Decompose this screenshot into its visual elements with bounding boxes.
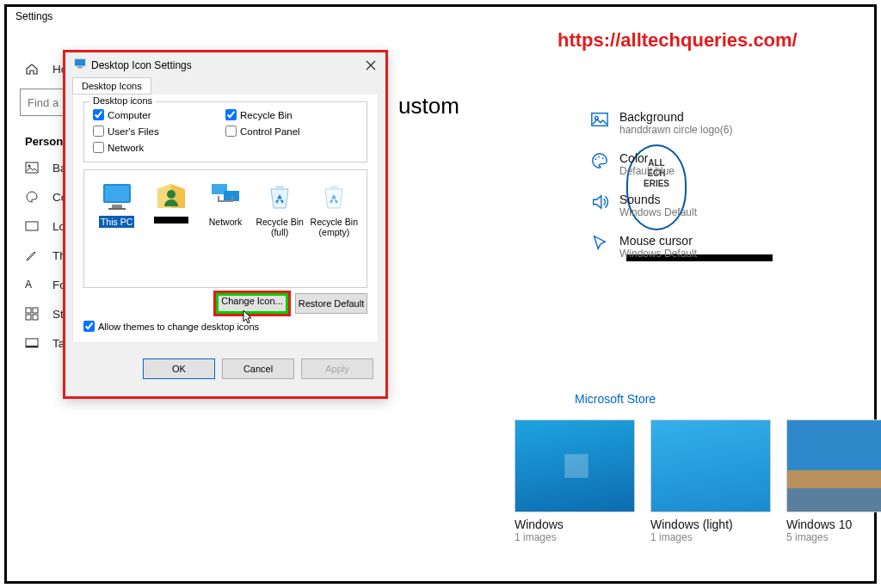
related-settings: Backgroundhanddrawn circle logo(6) Color… bbox=[590, 110, 848, 275]
icon-user[interactable] bbox=[145, 179, 198, 279]
theme-count: 5 images bbox=[786, 531, 881, 543]
palette-icon bbox=[590, 151, 609, 170]
watermark-url: https://alltechqueries.com/ bbox=[558, 29, 798, 52]
group-legend: Desktop icons bbox=[89, 95, 156, 106]
desktop-icon-settings-dialog: Desktop Icon Settings Desktop Icons Desk… bbox=[63, 50, 388, 399]
desktop-icons-group: Desktop icons Computer Recycle Bin User'… bbox=[83, 101, 367, 162]
icon-label: Recycle Bin (full) bbox=[256, 217, 303, 237]
font-icon: A bbox=[25, 278, 39, 291]
page-title-suffix: ustom bbox=[398, 93, 459, 119]
icon-network[interactable]: Network bbox=[199, 179, 252, 279]
rel-sub: Windows Default bbox=[619, 206, 697, 218]
speaker-icon bbox=[590, 193, 609, 211]
picture-icon bbox=[25, 161, 39, 175]
chk-control-panel[interactable]: Control Panel bbox=[225, 126, 358, 137]
close-button[interactable] bbox=[365, 59, 377, 71]
ok-button[interactable]: OK bbox=[143, 358, 215, 379]
svg-rect-4 bbox=[33, 308, 38, 313]
theme-name: Windows bbox=[514, 518, 635, 531]
lock-icon bbox=[25, 219, 39, 233]
svg-rect-20 bbox=[108, 208, 126, 210]
grid-icon bbox=[25, 307, 39, 321]
home-icon bbox=[25, 62, 39, 76]
chk-computer[interactable]: Computer bbox=[93, 109, 225, 120]
icon-label: This PC bbox=[99, 216, 134, 228]
picture-icon bbox=[590, 110, 609, 129]
cancel-button[interactable]: Cancel bbox=[222, 358, 294, 379]
icon-recycle-full[interactable]: Recycle Bin (full) bbox=[253, 179, 306, 279]
svg-rect-5 bbox=[26, 315, 31, 320]
icon-user-label bbox=[154, 217, 188, 224]
svg-point-12 bbox=[598, 156, 600, 158]
cursor-icon bbox=[243, 309, 255, 325]
svg-rect-8 bbox=[26, 346, 38, 347]
rel-sub: Windows Default bbox=[619, 248, 697, 260]
svg-rect-14 bbox=[564, 454, 588, 477]
rel-sounds[interactable]: SoundsWindows Default bbox=[590, 193, 848, 218]
rel-title: Sounds bbox=[619, 193, 697, 206]
taskbar-icon bbox=[25, 336, 39, 350]
cursor-icon bbox=[590, 234, 609, 253]
rel-title: Background bbox=[619, 110, 732, 124]
icon-label: Recycle Bin (empty) bbox=[311, 217, 358, 237]
svg-point-21 bbox=[167, 190, 176, 199]
apply-button[interactable]: Apply bbox=[301, 358, 373, 379]
chk-users-files[interactable]: User's Files bbox=[93, 126, 225, 137]
theme-count: 1 images bbox=[650, 531, 771, 543]
icon-this-pc[interactable]: This PC bbox=[90, 179, 144, 279]
chk-network[interactable]: Network bbox=[93, 142, 225, 153]
themes-grid: Windows 1 images Windows (light) 1 image… bbox=[514, 420, 881, 543]
theme-count: 1 images bbox=[514, 531, 635, 543]
svg-rect-19 bbox=[112, 205, 122, 208]
svg-rect-16 bbox=[77, 67, 82, 69]
monitor-icon bbox=[74, 58, 86, 72]
svg-rect-3 bbox=[26, 308, 31, 313]
icon-label: Network bbox=[209, 217, 243, 227]
tab-desktop-icons[interactable]: Desktop Icons bbox=[72, 77, 151, 95]
palette-icon bbox=[25, 190, 39, 204]
store-link[interactable]: Microsoft Store bbox=[575, 392, 656, 406]
rel-sub: handdrawn circle logo(6) bbox=[619, 124, 732, 136]
icon-recycle-empty[interactable]: Recycle Bin (empty) bbox=[307, 179, 360, 279]
svg-rect-0 bbox=[26, 162, 38, 173]
brush-icon bbox=[25, 248, 39, 262]
rel-color[interactable]: ColorDefault blue bbox=[590, 151, 848, 177]
change-icon-button[interactable]: Change Icon... bbox=[216, 293, 288, 314]
rel-sub: Default blue bbox=[619, 165, 675, 177]
svg-rect-15 bbox=[75, 59, 85, 66]
chk-allow-themes[interactable]: Allow themes to change desktop icons bbox=[83, 321, 367, 332]
rel-background[interactable]: Backgroundhanddrawn circle logo(6) bbox=[590, 110, 848, 136]
theme-name: Windows 10 bbox=[786, 518, 881, 531]
svg-point-1 bbox=[28, 165, 31, 168]
svg-rect-9 bbox=[592, 113, 607, 126]
dialog-title: Desktop Icon Settings bbox=[91, 59, 192, 71]
theme-windows-light[interactable]: Windows (light) 1 images bbox=[650, 420, 771, 543]
chk-recycle[interactable]: Recycle Bin bbox=[225, 109, 358, 120]
rel-title: Mouse cursor bbox=[619, 234, 697, 248]
theme-windows[interactable]: Windows 1 images bbox=[514, 420, 635, 543]
svg-point-13 bbox=[602, 157, 604, 159]
theme-windows-10[interactable]: Windows 10 5 images bbox=[786, 420, 881, 543]
svg-point-11 bbox=[595, 158, 597, 160]
icon-preview-grid: This PC Network Recycle Bin (full) Recyc… bbox=[83, 169, 367, 288]
rel-cursor[interactable]: Mouse cursorWindows Default bbox=[590, 234, 848, 260]
rel-title: Color bbox=[619, 151, 675, 165]
svg-rect-6 bbox=[33, 315, 38, 320]
svg-rect-18 bbox=[105, 186, 129, 201]
svg-rect-2 bbox=[26, 222, 38, 230]
theme-name: Windows (light) bbox=[650, 518, 771, 531]
restore-default-button[interactable]: Restore Default bbox=[295, 293, 367, 314]
